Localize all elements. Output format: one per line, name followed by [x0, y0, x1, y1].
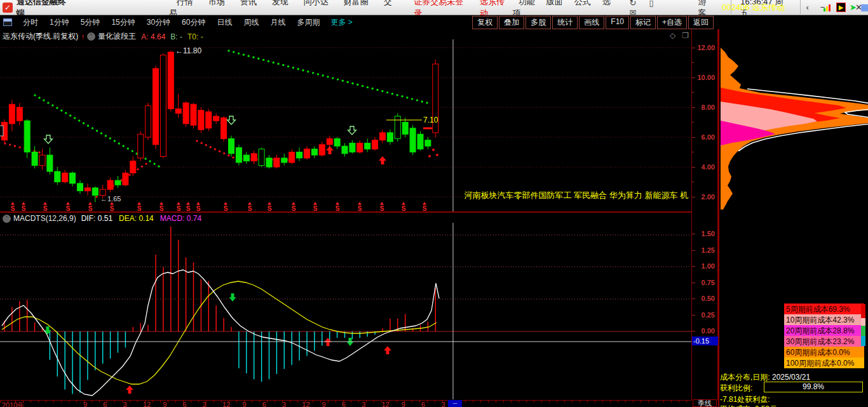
svg-text:←1.65: ←1.65: [100, 195, 121, 203]
crosshair-price-label: -0.15: [692, 337, 718, 345]
collapse-icon[interactable]: ˇ: [3, 215, 11, 223]
toolbar-button-画线[interactable]: 画线: [579, 16, 604, 29]
axis-tick: [692, 197, 695, 197]
dea-value: DEA: 0.14: [119, 214, 154, 223]
collapse-icon[interactable]: ‹: [801, 3, 815, 12]
avg-cost-line: 平均成本: 6.52元: [720, 404, 777, 407]
toolbar-button-标记[interactable]: 标记: [630, 16, 656, 29]
axis-month-label: 12: [302, 401, 309, 407]
period-tab-月线[interactable]: 月线: [264, 18, 291, 27]
macd-value: MACD: 0.74: [160, 214, 201, 223]
axis-tick: [692, 107, 695, 108]
axis-tick: [692, 331, 695, 331]
axis-tick: [692, 167, 695, 168]
scrollbar-segment: [861, 326, 865, 336]
axis-month-label: 3: [282, 401, 286, 407]
axis-month-label: 12: [143, 401, 151, 407]
pane-divider[interactable]: [0, 211, 691, 212]
svg-text:←11.80: ←11.80: [175, 46, 201, 55]
app-logo-icon: ✓: [3, 3, 13, 13]
candlestick-chart[interactable]: SSSSSSSSSSSSSSSSSSSSS←11.80←1.657.10河南板块…: [0, 29, 691, 212]
period-tab-日线[interactable]: 日线: [211, 18, 238, 27]
window-icon[interactable]: ❐: [682, 31, 689, 40]
menu-item-发现[interactable]: 发现: [264, 0, 296, 6]
toolbar-button-F10[interactable]: F10: [606, 16, 629, 29]
macd-chart[interactable]: [0, 212, 691, 400]
toolbar-button-多股[interactable]: 多股: [526, 16, 551, 29]
menu-item-市场[interactable]: 市场: [201, 0, 233, 6]
grid-icon[interactable]: ▦: [860, 2, 868, 12]
axis-month-label: 6: [342, 401, 346, 407]
macd-signal-arrows: [44, 293, 392, 394]
menu-item-资讯[interactable]: 资讯: [233, 0, 264, 6]
axis-month-label: 3: [441, 401, 445, 407]
macd-histogram: [4, 226, 435, 394]
profit-ratio-value: 99.8%: [764, 382, 863, 392]
sell-marks: SSSSSSSSSSSSSSSSSSSSS: [11, 202, 427, 212]
play-icon[interactable]: ▶: [836, 3, 846, 12]
legend-row: 20周期前成本28.8%: [784, 325, 864, 336]
axis-month-label: 6: [183, 401, 187, 407]
refresh-icon[interactable]: ↻: [623, 0, 643, 8]
menu-item-问小达[interactable]: 问小达: [296, 0, 336, 6]
titlebar-icons: ↻▯✉: [623, 0, 679, 17]
toolbar-button-统计[interactable]: 统计: [552, 16, 578, 29]
period-tab-15分钟[interactable]: 15分钟: [105, 18, 140, 27]
period-tab-30分钟[interactable]: 30分钟: [141, 18, 176, 27]
scrollbar-segment: [861, 336, 865, 346]
partial-candle: [0, 126, 3, 136]
legend-scrollbar[interactable]: [861, 304, 865, 346]
mobile-icon[interactable]: ▯: [643, 0, 660, 8]
more-button[interactable]: 更多 >: [325, 17, 357, 28]
chart-corner-icons: ◇❐: [663, 31, 689, 40]
toolbar-button-叠加[interactable]: 叠加: [499, 16, 524, 29]
legend-row: 5周期前成本69.3%: [784, 304, 864, 314]
axis-tick: [692, 182, 694, 182]
period-tab-分时[interactable]: 分时: [17, 18, 44, 27]
toolbar-button-+自选[interactable]: +自选: [657, 16, 687, 29]
period-tab-1分钟[interactable]: 1分钟: [44, 18, 75, 27]
cost-legend: 5周期前成本69.3%10周期前成本42.3%20周期前成本28.8%30周期前…: [784, 304, 864, 368]
period-tab-周线[interactable]: 周线: [238, 18, 264, 27]
candlestick-series: [2, 51, 438, 203]
cost-distribution-chart: [721, 29, 868, 217]
time-axis: 2010年96312963129631296312963: [0, 400, 691, 407]
menu-item-行情[interactable]: 行情: [169, 0, 201, 6]
legend-row: 30周期前成本23.2%: [784, 336, 864, 347]
chart-buttons: 复权叠加多股统计画线F10标记+自选返回: [471, 16, 714, 29]
scrollbar-segment: [861, 318, 865, 326]
green-arrow-icon[interactable]: ➤: [850, 3, 857, 12]
legend-row: 100周期前成本0.0%: [784, 357, 864, 368]
chart-title-row: 远东传动(季线.前复权) ↑ ˇ 量化波段王 A: 4.64 B: - T0: …: [3, 31, 203, 42]
indicator-t0-value: T0: -: [187, 32, 203, 41]
period-tab-60分钟[interactable]: 60分钟: [176, 18, 211, 27]
profit-ratio-label: 获利比例:: [720, 383, 752, 394]
macd-indicator-name[interactable]: MACDTS(12,26,9): [13, 214, 76, 223]
toolbar-button-返回[interactable]: 返回: [688, 16, 714, 29]
collapse-icon[interactable]: ˇ: [87, 32, 95, 41]
mini-chart-icon[interactable]: [824, 3, 831, 11]
annotations: ←11.80←1.657.10河南板块汽车零部件国防军工 军民融合 华为算力 新…: [100, 46, 688, 203]
period-button[interactable]: 季线: [693, 399, 717, 407]
cost-date-value: 2025/03/21: [772, 373, 810, 382]
period-tab-多周期[interactable]: 多周期: [291, 18, 325, 27]
axis-month-label: 6: [262, 401, 266, 407]
indicator-name[interactable]: 量化波段王: [98, 31, 136, 42]
axis-month-label: 6: [103, 401, 107, 407]
axis-tick: [692, 62, 694, 63]
axis-month-label: 9: [83, 401, 87, 407]
menu-item-功能[interactable]: 功能: [513, 0, 541, 6]
layout-icon[interactable]: [3, 18, 12, 26]
menu-item-财富圈[interactable]: 财富圈: [336, 0, 376, 6]
axis-tick: [692, 152, 694, 152]
diamond-icon[interactable]: ◇: [670, 31, 675, 40]
toolbar-button-复权[interactable]: 复权: [472, 16, 498, 29]
axis-tick: [692, 283, 695, 283]
menu-item-版面[interactable]: 版面: [541, 0, 569, 6]
axis-tick: [692, 250, 695, 251]
menu-item-公式[interactable]: 公式: [569, 0, 597, 6]
period-tab-5分钟[interactable]: 5分钟: [75, 18, 106, 27]
crosshair-date-label: --: [448, 400, 462, 407]
stock-code-label: 002406 远东传动: [722, 2, 785, 13]
axis-month-label: 12: [382, 401, 390, 407]
